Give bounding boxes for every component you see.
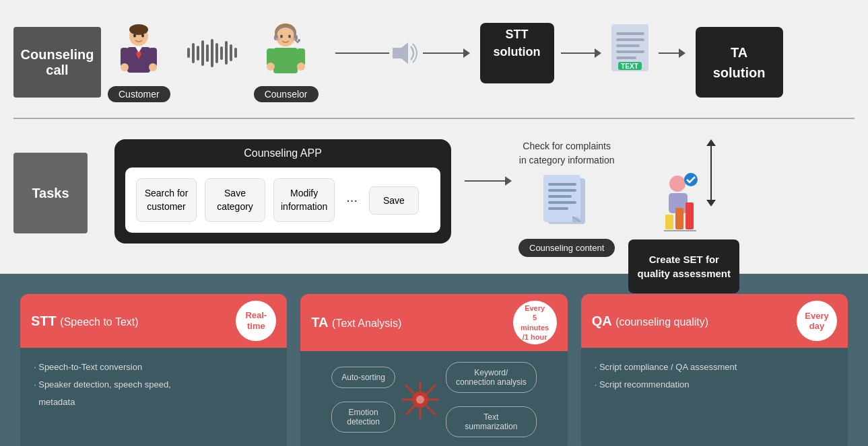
ta-title-rest: (Text Analysis) <box>332 318 401 329</box>
stt-card: STT (Speech to Text) Real-time · Speech-… <box>20 294 287 446</box>
ta-banner: TA (Text Analysis) Every5 minutes/1 hour <box>300 294 567 351</box>
counseling-app-title: Counseling APP <box>125 147 440 159</box>
ta-diagram: Auto-sorting Emotiondetection <box>314 362 554 437</box>
tasks-label: Tasks <box>32 186 69 201</box>
svg-line-56 <box>405 406 415 415</box>
middle-flow: Check for complaints in category informa… <box>465 139 615 257</box>
svg-point-1 <box>129 24 148 35</box>
counseling-content-area: Check for complaints in category informa… <box>519 139 615 257</box>
svg-point-19 <box>267 63 275 71</box>
svg-rect-39 <box>548 201 576 204</box>
more-options: ··· <box>343 192 361 208</box>
top-arrow-2 <box>561 48 601 77</box>
svg-rect-37 <box>548 189 576 192</box>
svg-rect-28 <box>616 38 644 41</box>
svg-line-53 <box>405 385 415 394</box>
svg-rect-45 <box>675 208 683 229</box>
svg-marker-25 <box>393 42 408 64</box>
create-set-box: Create SET for quality assessment <box>628 239 739 293</box>
ta-title-accent: TA <box>311 315 328 330</box>
ta-nodes-right: Keyword/connection analysis Textsummariz… <box>446 362 537 437</box>
counselor-icon <box>259 23 313 83</box>
svg-rect-44 <box>665 215 673 229</box>
counselor-person: Counselor <box>254 23 319 102</box>
middle-section: Tasks Counseling APP Search forcustomer … <box>0 119 868 274</box>
qa-title-accent: QA <box>592 313 612 328</box>
top-arrow-1 <box>335 40 470 85</box>
ta-title: TA (Text Analysis) <box>311 315 401 330</box>
customer-label: Customer <box>108 86 170 102</box>
text-summarization-node: Textsummarization <box>446 406 537 437</box>
stt-point-1: · Speech-to-Text conversion <box>34 359 273 376</box>
ta-label: TA solution <box>713 42 766 83</box>
modify-information-button[interactable]: Modifyinformation <box>273 178 335 222</box>
svg-rect-46 <box>686 202 694 229</box>
stt-point-2: · Speaker detection, speech speed, metad… <box>34 376 273 411</box>
svg-rect-40 <box>548 207 568 210</box>
sound-waves <box>187 39 237 86</box>
svg-rect-38 <box>548 195 572 198</box>
check-complaints-text: Check for complaints in category informa… <box>519 139 615 168</box>
qa-points: · Script compliance / QA assessment · Sc… <box>595 359 834 394</box>
svg-point-24 <box>290 37 296 40</box>
right-side-middle: Create SET for quality assessment <box>628 139 739 293</box>
svg-point-20 <box>297 63 305 71</box>
svg-rect-31 <box>616 57 636 59</box>
stt-banner: STT (Speech to Text) Real-time <box>20 294 287 348</box>
counseling-content-label: Counseling content <box>519 239 615 257</box>
qa-point-1: · Script compliance / QA assessment <box>595 359 834 376</box>
qa-point-2: · Script recommendation <box>595 376 834 394</box>
svg-point-21 <box>280 34 283 38</box>
save-category-button[interactable]: Savecategory <box>205 178 265 222</box>
svg-point-8 <box>149 63 157 71</box>
qa-title: QA (counseling quality) <box>592 313 708 329</box>
ta-center <box>402 381 439 418</box>
counseling-call-label: Counseling call <box>21 47 94 78</box>
top-arrow-3 <box>659 48 686 77</box>
customer-person: Customer <box>108 23 170 102</box>
top-section: Counseling call <box>0 0 868 118</box>
realtime-badge: Real-time <box>236 301 276 341</box>
ta-nodes-left: Auto-sorting Emotiondetection <box>331 367 395 433</box>
search-customer-button[interactable]: Search forcustomer <box>136 178 197 222</box>
stt-box: STTsolution <box>480 23 554 83</box>
keyword-analysis-node: Keyword/connection analysis <box>446 362 537 393</box>
stt-title-accent: STT <box>31 313 57 328</box>
emotion-detection-node: Emotiondetection <box>331 402 395 433</box>
stt-title-rest: (Speech to Text) <box>60 316 138 328</box>
svg-point-41 <box>669 176 686 192</box>
svg-rect-36 <box>548 183 576 186</box>
svg-point-9 <box>133 34 136 38</box>
bottom-section: STT (Speech to Text) Real-time · Speech-… <box>0 274 868 446</box>
svg-rect-16 <box>273 48 298 73</box>
document-icon: TEXT <box>608 23 655 102</box>
svg-point-23 <box>275 37 281 40</box>
ta-box: TA solution <box>696 27 783 98</box>
qa-card: QA (counseling quality) Everyday · Scrip… <box>581 294 848 446</box>
stt-title: STT (Speech to Text) <box>31 313 139 329</box>
counseling-app-container: Counseling APP Search forcustomer Saveca… <box>114 139 451 244</box>
svg-line-54 <box>426 406 436 415</box>
svg-point-15 <box>298 39 300 42</box>
svg-rect-27 <box>616 32 644 35</box>
ta-card: TA (Text Analysis) Every5 minutes/1 hour… <box>300 294 567 446</box>
svg-point-10 <box>141 34 144 38</box>
qa-banner: QA (counseling quality) Everyday <box>581 294 848 348</box>
svg-point-7 <box>121 63 129 71</box>
stt-points: · Speech-to-Text conversion · Speaker de… <box>34 359 273 411</box>
save-button[interactable]: Save <box>369 186 419 215</box>
quality-assessment-icon <box>657 173 711 236</box>
everyday-badge: Everyday <box>797 301 837 341</box>
app-buttons-grid: Search forcustomer Savecategory Modifyin… <box>125 168 440 233</box>
auto-sorting-node: Auto-sorting <box>331 367 395 388</box>
svg-point-43 <box>684 173 698 186</box>
create-set-label: Create SET for quality assessment <box>638 252 731 281</box>
svg-point-22 <box>288 34 291 38</box>
svg-point-57 <box>416 396 424 404</box>
svg-rect-29 <box>616 44 640 47</box>
stt-section: STTsolution <box>480 23 554 102</box>
svg-point-12 <box>276 28 295 46</box>
tasks-box: Tasks <box>13 153 88 233</box>
svg-rect-35 <box>543 175 580 222</box>
qa-title-rest: (counseling quality) <box>615 316 708 328</box>
